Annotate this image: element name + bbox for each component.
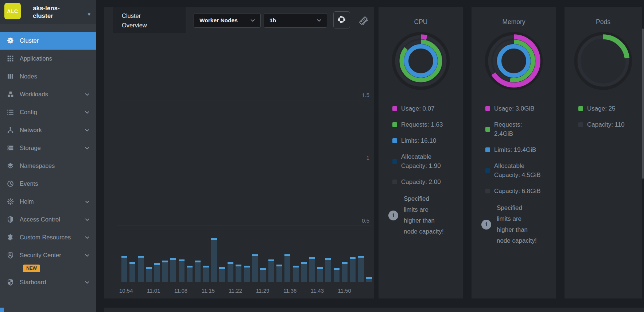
sidebar-item-events[interactable]: Events bbox=[0, 175, 96, 193]
sidebar-item-label: Nodes bbox=[20, 73, 90, 80]
card-legend: Usage: 0.07Requests: 1.63Limits: 16.10Al… bbox=[392, 104, 449, 186]
chevron-down-icon bbox=[84, 199, 90, 205]
chevron-down-icon bbox=[84, 145, 90, 151]
sidebar-item-label: Security Center bbox=[20, 252, 84, 259]
events-icon bbox=[5, 180, 15, 188]
sidebar-item-label: Network bbox=[20, 127, 84, 134]
chevron-down-icon bbox=[249, 17, 256, 24]
sidebar-item-label: Workloads bbox=[20, 91, 84, 98]
tab-label: Cluster Overview bbox=[122, 11, 166, 30]
legend-swatch bbox=[578, 122, 583, 127]
sidebar-item-namespaces[interactable]: Namespaces bbox=[0, 157, 96, 175]
sidebar-item-security-center[interactable]: Security Center bbox=[0, 246, 96, 264]
bar bbox=[179, 259, 185, 282]
network-icon bbox=[5, 126, 15, 135]
lens-app: ALC aks-lens-cluster ▾ ☸ClusterApplicati… bbox=[0, 0, 644, 312]
chevron-down-icon bbox=[84, 252, 90, 259]
scrollbar-thumb[interactable] bbox=[642, 28, 644, 179]
card-title: Pods bbox=[565, 18, 642, 26]
sidebar-item-label: Config bbox=[20, 109, 84, 116]
sidebar-item-applications[interactable]: Applications bbox=[0, 50, 96, 68]
pods-donut bbox=[574, 32, 632, 90]
legend-label: Capacity: 6.8GiB bbox=[494, 186, 541, 196]
legend-swatch bbox=[578, 106, 583, 111]
card-legend: Usage: 25Capacity: 110 bbox=[578, 104, 628, 129]
sidebar-item-storage[interactable]: Storage bbox=[0, 139, 96, 157]
legend-swatch bbox=[485, 168, 490, 173]
custom-resources-icon bbox=[5, 233, 15, 242]
namespaces-icon bbox=[5, 162, 15, 170]
limits-warning: iSpecified limits are higher than node c… bbox=[481, 203, 556, 246]
info-icon: i bbox=[481, 220, 491, 230]
legend-row: Requests: 2.4GiB bbox=[485, 120, 542, 138]
sidebar-item-helm[interactable]: Helm bbox=[0, 193, 96, 211]
x-axis-tick: 11:50 bbox=[338, 288, 351, 294]
legend-row: Capacity: 110 bbox=[578, 120, 628, 129]
legend-label: Usage: 25 bbox=[587, 104, 628, 113]
bar bbox=[162, 261, 168, 282]
legend-swatch bbox=[485, 189, 490, 193]
sidebar-item-workloads[interactable]: Workloads bbox=[0, 85, 96, 103]
sidebar-item-label: Namespaces bbox=[20, 162, 90, 169]
legend-row: Usage: 25 bbox=[578, 104, 628, 113]
sidebar-item-cluster[interactable]: ☸Cluster bbox=[0, 32, 96, 50]
chevron-down-icon bbox=[84, 279, 90, 286]
sidebar-item-nodes[interactable]: Nodes bbox=[0, 68, 96, 85]
legend-row: Usage: 0.07 bbox=[392, 104, 449, 113]
memory-donut bbox=[485, 32, 543, 90]
next-section-panel bbox=[104, 308, 644, 312]
sidebar-item-config[interactable]: Config bbox=[0, 103, 96, 121]
legend-label: Requests: 1.63 bbox=[401, 120, 448, 129]
gridline bbox=[117, 226, 372, 226]
legend-label: Allocatable Capacity: 4.5GiB bbox=[494, 161, 541, 180]
legend-swatch bbox=[392, 138, 397, 143]
legend-swatch bbox=[485, 106, 490, 111]
sidebar-item-label: Custom Resources bbox=[20, 234, 84, 241]
legend-label: Limits: 19.4GiB bbox=[494, 145, 541, 154]
legend-swatch bbox=[392, 106, 397, 111]
x-axis-tick: 11:15 bbox=[202, 288, 215, 294]
y-axis-tick: 1.5 bbox=[362, 92, 369, 99]
bar bbox=[325, 258, 331, 282]
security-center-icon bbox=[5, 251, 15, 260]
x-axis-tick: 11:01 bbox=[147, 288, 160, 294]
cpu-metrics-toggle[interactable] bbox=[333, 11, 350, 28]
y-axis-tick: 1 bbox=[366, 155, 369, 162]
cluster-switcher[interactable]: ALC aks-lens-cluster ▾ bbox=[0, 0, 96, 24]
chevron-down-icon bbox=[316, 17, 322, 24]
sidebar-item-label: Events bbox=[20, 180, 90, 187]
cpu-chip-icon bbox=[337, 15, 346, 25]
gridline bbox=[117, 163, 372, 163]
sidebar-item-access-control[interactable]: Access Control bbox=[0, 211, 96, 228]
bottom-left-accent bbox=[0, 308, 4, 312]
node-type-select[interactable]: Worker Nodes bbox=[194, 13, 261, 28]
cluster-name: aks-lens-cluster bbox=[33, 4, 76, 20]
x-axis-tick: 11:22 bbox=[229, 288, 242, 294]
cluster-overview-panel: Cluster Overview Worker Nodes 1h 1.510.5… bbox=[104, 7, 374, 298]
memory-metrics-toggle[interactable] bbox=[356, 14, 370, 27]
time-range-select[interactable]: 1h bbox=[264, 13, 327, 28]
bar bbox=[138, 256, 144, 282]
workloads-icon bbox=[5, 90, 15, 99]
sidebar-nav: ☸ClusterApplicationsNodesWorkloadsConfig… bbox=[0, 24, 96, 291]
legend-swatch bbox=[392, 180, 397, 184]
sidebar-item-label: Access Control bbox=[20, 216, 84, 223]
bar bbox=[195, 261, 201, 282]
legend-swatch bbox=[392, 122, 397, 127]
sidebar-item-network[interactable]: Network bbox=[0, 121, 96, 139]
sidebar-item-starboard[interactable]: Starboard bbox=[0, 273, 96, 291]
kubernetes-icon: ☸ bbox=[5, 36, 15, 45]
sidebar-item-label: Storage bbox=[20, 145, 84, 151]
node-type-value: Worker Nodes bbox=[199, 17, 249, 24]
chevron-down-icon bbox=[84, 109, 90, 116]
cluster-switcher-caret-icon: ▾ bbox=[88, 11, 90, 18]
sidebar-item-custom-resources[interactable]: Custom Resources bbox=[0, 228, 96, 246]
bar bbox=[129, 262, 135, 282]
card-legend: Usage: 3.0GiBRequests: 2.4GiBLimits: 19.… bbox=[485, 104, 542, 196]
sidebar: ALC aks-lens-cluster ▾ ☸ClusterApplicati… bbox=[0, 0, 96, 312]
config-icon bbox=[5, 108, 15, 117]
bar bbox=[170, 258, 176, 282]
warning-text: Specified limits are higher than node ca… bbox=[497, 203, 538, 246]
tab-cluster-overview[interactable]: Cluster Overview bbox=[113, 7, 186, 33]
chevron-down-icon bbox=[84, 91, 90, 98]
